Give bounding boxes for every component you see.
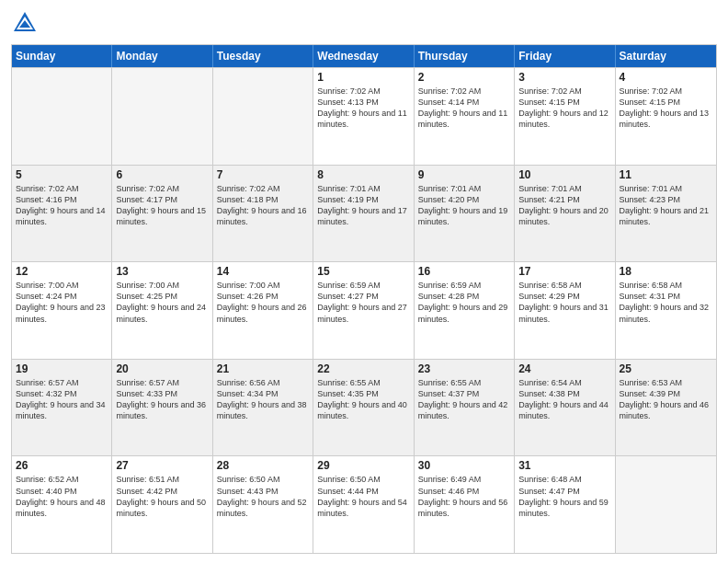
calendar-cell: 4Sunrise: 7:02 AM Sunset: 4:15 PM Daylig… <box>616 68 716 165</box>
day-number: 14 <box>217 265 309 278</box>
calendar-cell: 1Sunrise: 7:02 AM Sunset: 4:13 PM Daylig… <box>313 68 414 165</box>
calendar-cell: 27Sunrise: 6:51 AM Sunset: 4:42 PM Dayli… <box>112 456 212 553</box>
cell-info: Sunrise: 6:57 AM Sunset: 4:32 PM Dayligh… <box>16 377 108 422</box>
calendar-cell <box>213 68 313 165</box>
calendar-row: 1Sunrise: 7:02 AM Sunset: 4:13 PM Daylig… <box>12 67 716 165</box>
calendar-cell: 22Sunrise: 6:55 AM Sunset: 4:35 PM Dayli… <box>313 360 414 456</box>
logo <box>11 9 40 37</box>
page-header <box>11 9 717 37</box>
day-number: 1 <box>317 71 409 84</box>
calendar-cell <box>112 68 212 165</box>
calendar-cell: 9Sunrise: 7:01 AM Sunset: 4:20 PM Daylig… <box>415 166 515 262</box>
day-number: 25 <box>620 362 712 375</box>
calendar-cell: 21Sunrise: 6:56 AM Sunset: 4:34 PM Dayli… <box>213 360 313 456</box>
calendar-cell: 2Sunrise: 7:02 AM Sunset: 4:14 PM Daylig… <box>415 68 515 165</box>
calendar-header: SundayMondayTuesdayWednesdayThursdayFrid… <box>12 45 716 67</box>
day-number: 4 <box>620 71 712 84</box>
day-number: 6 <box>116 168 208 181</box>
cell-info: Sunrise: 7:01 AM Sunset: 4:20 PM Dayligh… <box>418 183 510 228</box>
calendar-cell: 25Sunrise: 6:53 AM Sunset: 4:39 PM Dayli… <box>616 360 716 456</box>
calendar-cell: 3Sunrise: 7:02 AM Sunset: 4:15 PM Daylig… <box>515 68 615 165</box>
day-number: 12 <box>16 265 108 278</box>
cell-info: Sunrise: 7:01 AM Sunset: 4:23 PM Dayligh… <box>620 183 712 228</box>
calendar-cell: 8Sunrise: 7:01 AM Sunset: 4:19 PM Daylig… <box>313 166 414 262</box>
day-number: 30 <box>418 459 510 472</box>
day-number: 21 <box>217 362 309 375</box>
day-number: 27 <box>116 459 208 472</box>
cell-info: Sunrise: 7:00 AM Sunset: 4:24 PM Dayligh… <box>16 280 108 325</box>
weekday-header: Thursday <box>415 45 515 67</box>
calendar-cell: 31Sunrise: 6:48 AM Sunset: 4:47 PM Dayli… <box>515 456 615 553</box>
cell-info: Sunrise: 6:58 AM Sunset: 4:31 PM Dayligh… <box>620 280 712 325</box>
calendar-cell: 16Sunrise: 6:59 AM Sunset: 4:28 PM Dayli… <box>415 262 515 359</box>
weekday-header: Saturday <box>616 45 716 67</box>
cell-info: Sunrise: 6:50 AM Sunset: 4:43 PM Dayligh… <box>217 474 309 519</box>
day-number: 20 <box>116 362 208 375</box>
cell-info: Sunrise: 7:02 AM Sunset: 4:15 PM Dayligh… <box>620 86 712 131</box>
day-number: 26 <box>16 459 108 472</box>
cell-info: Sunrise: 6:48 AM Sunset: 4:47 PM Dayligh… <box>518 474 610 519</box>
cell-info: Sunrise: 7:02 AM Sunset: 4:14 PM Dayligh… <box>418 86 510 131</box>
day-number: 8 <box>317 168 409 181</box>
day-number: 5 <box>16 168 108 181</box>
day-number: 16 <box>418 265 510 278</box>
calendar-cell: 26Sunrise: 6:52 AM Sunset: 4:40 PM Dayli… <box>12 456 112 553</box>
calendar-cell: 29Sunrise: 6:50 AM Sunset: 4:44 PM Dayli… <box>313 456 414 553</box>
calendar-cell: 19Sunrise: 6:57 AM Sunset: 4:32 PM Dayli… <box>12 360 112 456</box>
cell-info: Sunrise: 7:02 AM Sunset: 4:17 PM Dayligh… <box>116 183 208 228</box>
calendar-cell: 28Sunrise: 6:50 AM Sunset: 4:43 PM Dayli… <box>213 456 313 553</box>
day-number: 11 <box>620 168 712 181</box>
calendar-cell: 7Sunrise: 7:02 AM Sunset: 4:18 PM Daylig… <box>213 166 313 262</box>
calendar-cell <box>12 68 112 165</box>
day-number: 2 <box>418 71 510 84</box>
day-number: 29 <box>317 459 409 472</box>
cell-info: Sunrise: 6:59 AM Sunset: 4:27 PM Dayligh… <box>317 280 409 325</box>
calendar-row: 5Sunrise: 7:02 AM Sunset: 4:16 PM Daylig… <box>12 165 716 262</box>
day-number: 15 <box>317 265 409 278</box>
calendar-cell: 18Sunrise: 6:58 AM Sunset: 4:31 PM Dayli… <box>616 262 716 359</box>
calendar-cell: 30Sunrise: 6:49 AM Sunset: 4:46 PM Dayli… <box>415 456 515 553</box>
cell-info: Sunrise: 7:02 AM Sunset: 4:16 PM Dayligh… <box>16 183 108 228</box>
cell-info: Sunrise: 7:02 AM Sunset: 4:18 PM Dayligh… <box>217 183 309 228</box>
day-number: 10 <box>518 168 610 181</box>
cell-info: Sunrise: 6:51 AM Sunset: 4:42 PM Dayligh… <box>116 474 208 519</box>
cell-info: Sunrise: 6:49 AM Sunset: 4:46 PM Dayligh… <box>418 474 510 519</box>
day-number: 22 <box>317 362 409 375</box>
day-number: 7 <box>217 168 309 181</box>
weekday-header: Tuesday <box>213 45 313 67</box>
weekday-header: Friday <box>515 45 615 67</box>
day-number: 13 <box>116 265 208 278</box>
cell-info: Sunrise: 7:02 AM Sunset: 4:15 PM Dayligh… <box>518 86 610 131</box>
cell-info: Sunrise: 6:55 AM Sunset: 4:35 PM Dayligh… <box>317 377 409 422</box>
calendar-cell: 17Sunrise: 6:58 AM Sunset: 4:29 PM Dayli… <box>515 262 615 359</box>
calendar-body: 1Sunrise: 7:02 AM Sunset: 4:13 PM Daylig… <box>12 67 716 553</box>
calendar-cell: 10Sunrise: 7:01 AM Sunset: 4:21 PM Dayli… <box>515 166 615 262</box>
cell-info: Sunrise: 6:59 AM Sunset: 4:28 PM Dayligh… <box>418 280 510 325</box>
cell-info: Sunrise: 6:58 AM Sunset: 4:29 PM Dayligh… <box>518 280 610 325</box>
day-number: 9 <box>418 168 510 181</box>
calendar-cell: 5Sunrise: 7:02 AM Sunset: 4:16 PM Daylig… <box>12 166 112 262</box>
day-number: 28 <box>217 459 309 472</box>
calendar-row: 19Sunrise: 6:57 AM Sunset: 4:32 PM Dayli… <box>12 359 716 456</box>
calendar-cell: 15Sunrise: 6:59 AM Sunset: 4:27 PM Dayli… <box>313 262 414 359</box>
cell-info: Sunrise: 6:55 AM Sunset: 4:37 PM Dayligh… <box>418 377 510 422</box>
day-number: 23 <box>418 362 510 375</box>
weekday-header: Wednesday <box>313 45 414 67</box>
calendar-cell: 12Sunrise: 7:00 AM Sunset: 4:24 PM Dayli… <box>12 262 112 359</box>
day-number: 24 <box>518 362 610 375</box>
weekday-header: Sunday <box>12 45 112 67</box>
cell-info: Sunrise: 6:54 AM Sunset: 4:38 PM Dayligh… <box>518 377 610 422</box>
calendar-cell: 11Sunrise: 7:01 AM Sunset: 4:23 PM Dayli… <box>616 166 716 262</box>
day-number: 17 <box>518 265 610 278</box>
cell-info: Sunrise: 6:56 AM Sunset: 4:34 PM Dayligh… <box>217 377 309 422</box>
day-number: 18 <box>620 265 712 278</box>
cell-info: Sunrise: 7:00 AM Sunset: 4:25 PM Dayligh… <box>116 280 208 325</box>
cell-info: Sunrise: 6:50 AM Sunset: 4:44 PM Dayligh… <box>317 474 409 519</box>
day-number: 31 <box>518 459 610 472</box>
day-number: 19 <box>16 362 108 375</box>
calendar: SundayMondayTuesdayWednesdayThursdayFrid… <box>11 44 717 554</box>
logo-icon <box>11 9 39 37</box>
calendar-cell: 24Sunrise: 6:54 AM Sunset: 4:38 PM Dayli… <box>515 360 615 456</box>
cell-info: Sunrise: 7:02 AM Sunset: 4:13 PM Dayligh… <box>317 86 409 131</box>
calendar-row: 12Sunrise: 7:00 AM Sunset: 4:24 PM Dayli… <box>12 261 716 359</box>
